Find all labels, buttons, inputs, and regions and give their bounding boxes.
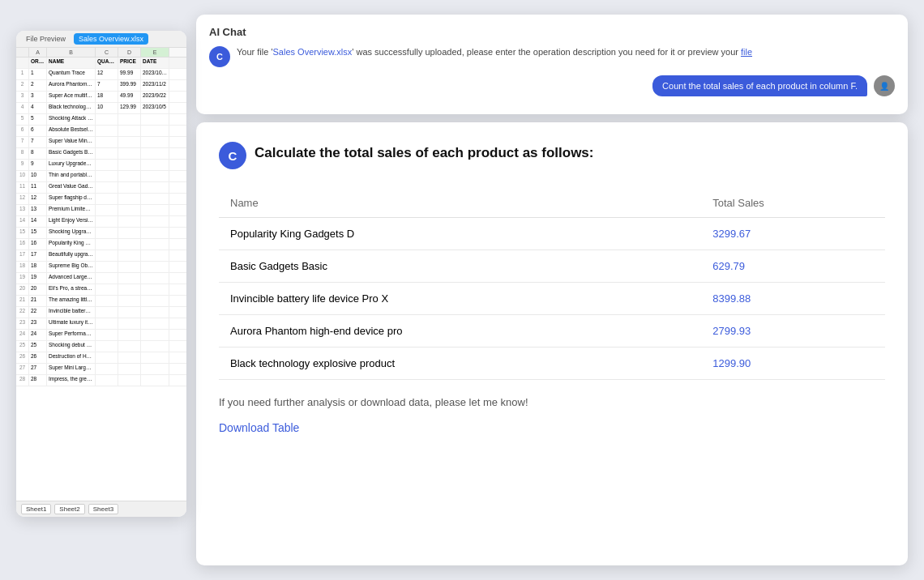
table-row: 16 16 Popularity King Gadgets D bbox=[16, 239, 186, 250]
ai-welcome-message: C Your file 'Sales Overview.xlsx' was su… bbox=[209, 46, 895, 67]
col-sales-header: Total Sales bbox=[701, 189, 885, 218]
table-row: 11 11 Great Value Gadgets C bbox=[16, 182, 186, 194]
ai-welcome-text: Your file 'Sales Overview.xlsx' was succ… bbox=[237, 46, 752, 58]
spreadsheet-rows: 1 1 Quantum Trace 12 99.99 2023/10/15 2 … bbox=[16, 69, 186, 386]
response-avatar: C bbox=[219, 142, 246, 169]
spreadsheet-header-row: ORDINAL NAME QUANTITY PRICE DATE bbox=[16, 58, 186, 69]
table-row: 17 17 Beautifully upgraded mini large ob… bbox=[16, 250, 186, 262]
further-text: If you need further analysis or download… bbox=[219, 394, 885, 411]
product-name: Aurora Phantom high-end device pro bbox=[219, 315, 701, 348]
col-name-header: Name bbox=[219, 189, 701, 218]
ai-avatar: C bbox=[209, 46, 230, 67]
sheet1-tab[interactable]: Sheet1 bbox=[21, 504, 51, 514]
table-row: 27 27 Super Mini Large Object X bbox=[16, 364, 186, 375]
sales-overview-tab[interactable]: Sales Overview.xlsx bbox=[74, 33, 148, 45]
table-row: 18 18 Supreme Big Object Ultra bbox=[16, 262, 186, 273]
table-row: 8 8 Basic Gadgets Basic bbox=[16, 148, 186, 160]
main-container: File Preview Sales Overview.xlsx A B C D… bbox=[16, 15, 908, 565]
table-row: Aurora Phantom high-end device pro 2799.… bbox=[219, 315, 885, 348]
product-name: Black technology explosive product bbox=[219, 348, 701, 380]
col-d-header: D bbox=[118, 48, 141, 57]
table-row: 28 28 Impress, the great object that cha… bbox=[16, 375, 186, 386]
col-rownum bbox=[16, 48, 29, 57]
table-row: Invincible battery life device Pro X 839… bbox=[219, 283, 885, 315]
table-row: 6 6 Absolute Bestseller bbox=[16, 126, 186, 137]
table-row: Basic Gadgets Basic 629.79 bbox=[219, 250, 885, 283]
spreadsheet-panel: File Preview Sales Overview.xlsx A B C D… bbox=[16, 31, 186, 517]
sales-value: 629.79 bbox=[701, 250, 885, 283]
header-date: DATE bbox=[141, 58, 169, 68]
table-row: 21 21 The amazing little gadget bbox=[16, 296, 186, 307]
table-row: Black technology explosive product 1299.… bbox=[219, 348, 885, 380]
header-ordinal: ORDINAL bbox=[29, 58, 47, 68]
right-panel: AI Chat C Your file 'Sales Overview.xlsx… bbox=[196, 15, 908, 565]
col-b-header: B bbox=[47, 48, 96, 57]
table-row: 12 12 Super flagship device Pro Max bbox=[16, 194, 186, 205]
file-preview-tab[interactable]: File Preview bbox=[21, 33, 71, 45]
spreadsheet-col-headers: A B C D E bbox=[16, 48, 186, 58]
header-price: PRICE bbox=[118, 58, 141, 68]
table-row: 3 3 Super Ace multifunctional 18 49.99 2… bbox=[16, 92, 186, 103]
col-e-header: E bbox=[141, 48, 169, 57]
col-a-header: A bbox=[29, 48, 47, 57]
product-name: Basic Gadgets Basic bbox=[219, 250, 701, 283]
product-name: Popularity King Gadgets D bbox=[219, 218, 701, 250]
download-table-link[interactable]: Download Table bbox=[219, 421, 299, 434]
table-row: 5 5 Shocking Attack Supreme bbox=[16, 114, 186, 126]
ai-chat-panel: AI Chat C Your file 'Sales Overview.xlsx… bbox=[196, 15, 908, 114]
table-row: 24 24 Super Performance Gadget Pro bbox=[16, 330, 186, 341]
table-row: 4 4 Black technology explosive product 1… bbox=[16, 103, 186, 114]
sales-value: 2799.93 bbox=[701, 315, 885, 348]
sales-value: 3299.67 bbox=[701, 218, 885, 250]
header-qty: QUANTITY bbox=[96, 58, 118, 68]
table-row: 1 1 Quantum Trace 12 99.99 2023/10/15 bbox=[16, 69, 186, 80]
table-row: 9 9 Luxury Upgraded Large Object Y+ bbox=[16, 160, 186, 171]
chat-response-panel: C Calculate the total sales of each prod… bbox=[196, 122, 908, 565]
results-table: Name Total Sales Popularity King Gadgets… bbox=[219, 189, 885, 380]
user-message-row: Count the total sales of each product in… bbox=[209, 75, 895, 96]
sales-value: 1299.90 bbox=[701, 348, 885, 380]
table-row: 14 14 Light Enjoy Version Small Tool as … bbox=[16, 216, 186, 228]
header-name: NAME bbox=[47, 58, 96, 68]
response-title: Calculate the total sales of each produc… bbox=[255, 145, 593, 161]
bottom-sheet-tabs: Sheet1 Sheet2 Sheet3 bbox=[16, 501, 186, 517]
table-row: 22 22 Invincible battery life device Pro… bbox=[16, 307, 186, 318]
ai-chat-header: AI Chat bbox=[209, 26, 895, 38]
table-row: 20 20 Eli's Pro, a streamlined a portabl… bbox=[16, 284, 186, 296]
sales-value: 8399.88 bbox=[701, 283, 885, 315]
col-c-header: C bbox=[96, 48, 118, 57]
table-row: 7 7 Super Value Mini Large It Mini bbox=[16, 137, 186, 148]
sheet2-tab[interactable]: Sheet2 bbox=[54, 504, 84, 514]
preview-link[interactable]: file bbox=[741, 47, 752, 57]
filename-highlight: Sales Overview.xlsx bbox=[273, 47, 353, 57]
user-bubble: Count the total sales of each product in… bbox=[652, 75, 867, 96]
table-row: 10 10 Thin and portable small item Slim bbox=[16, 171, 186, 182]
table-row: 2 2 Aurora Phantom high-end device Pro 7… bbox=[16, 80, 186, 92]
table-row: 13 13 Premium Limited Edition Large Item bbox=[16, 205, 186, 216]
table-row: 15 15 Shocking Upgrade small it Ultra Pl… bbox=[16, 228, 186, 239]
sheet3-tab[interactable]: Sheet3 bbox=[88, 504, 118, 514]
table-row: 19 19 Advanced Large Object Y+Plus bbox=[16, 273, 186, 284]
spreadsheet-body: ORDINAL NAME QUANTITY PRICE DATE 1 1 Qua… bbox=[16, 58, 186, 495]
table-row: 26 26 Destruction of Heaven and earth sm… bbox=[16, 352, 186, 364]
table-row: 23 23 Ultimate luxury item Elite bbox=[16, 318, 186, 330]
table-row: Popularity King Gadgets D 3299.67 bbox=[219, 218, 885, 250]
user-avatar: 👤 bbox=[874, 75, 895, 96]
tabs-bar: File Preview Sales Overview.xlsx bbox=[16, 31, 186, 48]
results-tbody: Popularity King Gadgets D 3299.67 Basic … bbox=[219, 218, 885, 380]
table-row: 25 25 Shocking debut small item Ultra X bbox=[16, 341, 186, 352]
product-name: Invincible battery life device Pro X bbox=[219, 283, 701, 315]
